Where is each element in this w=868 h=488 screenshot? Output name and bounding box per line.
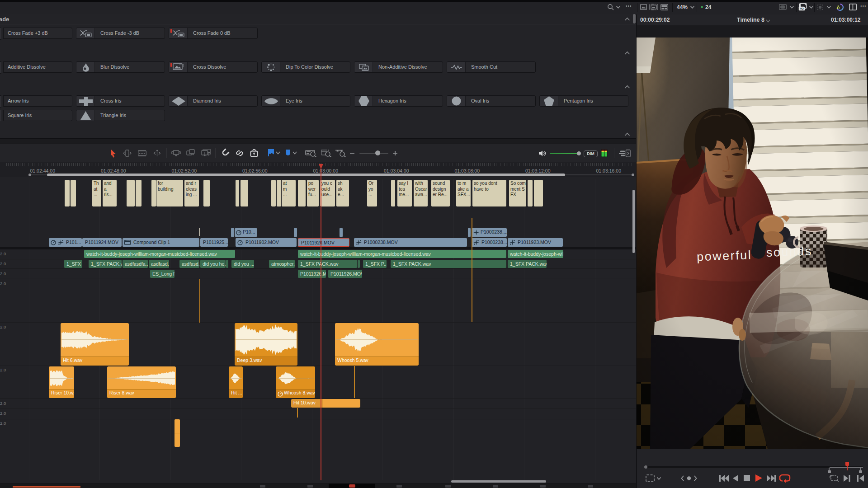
- svg-text:HQ: HQ: [800, 7, 804, 10]
